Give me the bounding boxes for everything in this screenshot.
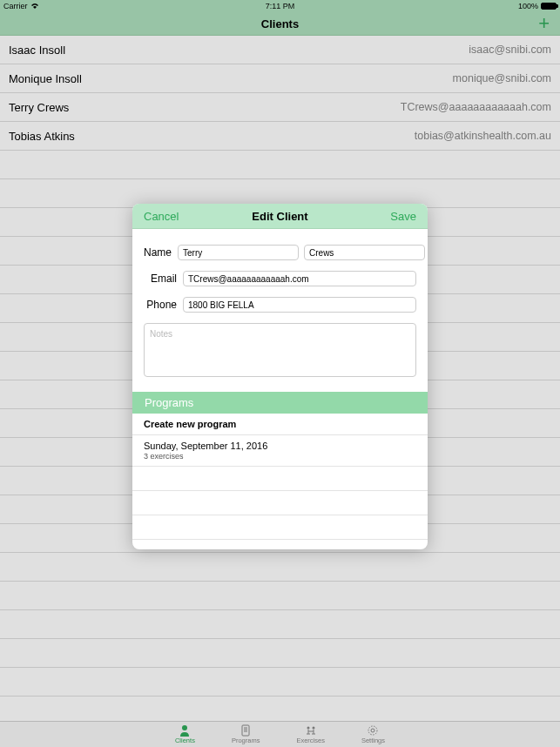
modal-header: Cancel Edit Client Save [132, 204, 428, 229]
save-button[interactable]: Save [390, 210, 416, 223]
program-item-row[interactable]: Sunday, September 11, 2016 3 exercises [132, 435, 428, 467]
first-name-input[interactable] [178, 245, 299, 260]
empty-program-row [132, 467, 428, 491]
name-label: Name [144, 246, 172, 259]
empty-program-row [132, 515, 428, 540]
notes-textarea[interactable] [144, 323, 416, 377]
cancel-button[interactable]: Cancel [144, 210, 179, 223]
phone-input[interactable] [183, 297, 416, 313]
modal-title: Edit Client [252, 210, 307, 223]
modal-body: Name Email Phone [132, 229, 428, 392]
last-name-input[interactable] [304, 245, 425, 260]
program-subtitle: 3 exercises [144, 452, 416, 461]
programs-section-header: Programs [132, 392, 428, 414]
empty-program-row [132, 491, 428, 515]
email-label: Email [144, 273, 177, 285]
edit-client-modal: Cancel Edit Client Save Name Email Phone [132, 204, 428, 549]
phone-label: Phone [144, 299, 177, 311]
create-program-row[interactable]: Create new program [132, 414, 428, 435]
email-input[interactable] [183, 271, 416, 286]
modal-overlay: Cancel Edit Client Save Name Email Phone [0, 0, 560, 747]
create-program-label: Create new program [144, 419, 236, 429]
program-date: Sunday, September 11, 2016 [144, 441, 416, 451]
